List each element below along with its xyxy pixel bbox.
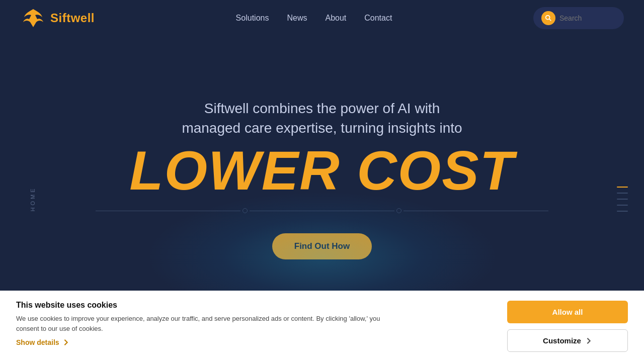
site-header: Siftwell Solutions News About Contact	[0, 0, 644, 36]
customize-label: Customize	[543, 336, 581, 345]
side-label: HOME	[30, 187, 36, 212]
hero-subtitle: Siftwell combines the power of AI with m…	[182, 99, 462, 138]
show-details-label: Show details	[16, 338, 59, 346]
logo-text: Siftwell	[50, 11, 95, 25]
chevron-right-icon-customize	[585, 337, 592, 344]
line-circle-right	[396, 208, 401, 213]
nav-item-solutions[interactable]: Solutions	[236, 14, 269, 23]
svg-point-0	[32, 11, 35, 14]
line-circle-left	[243, 208, 248, 213]
cookie-banner: This website uses cookies We use cookies…	[0, 291, 644, 362]
nav-item-news[interactable]: News	[287, 14, 307, 23]
nav-item-about[interactable]: About	[325, 14, 346, 23]
search-icon	[541, 11, 555, 25]
cookie-actions: Allow all Customize	[507, 301, 628, 352]
customize-button[interactable]: Customize	[507, 329, 628, 352]
logo[interactable]: Siftwell	[20, 5, 95, 31]
logo-icon	[20, 5, 46, 31]
search-input[interactable]	[559, 14, 616, 22]
svg-point-1	[546, 16, 550, 20]
cookie-title: This website uses cookies	[16, 301, 497, 310]
search-bar[interactable]	[533, 7, 624, 29]
right-nav-item-2[interactable]	[617, 193, 628, 194]
right-nav-item-4[interactable]	[617, 205, 628, 206]
hero-divider	[96, 208, 548, 213]
hero-title: LOWER COST	[129, 143, 515, 198]
right-nav-item-5[interactable]	[617, 211, 628, 212]
line-left	[96, 211, 240, 211]
cta-button[interactable]: Find Out How	[272, 233, 372, 259]
svg-line-2	[549, 19, 551, 21]
line-middle	[250, 211, 394, 211]
cookie-description: We use cookies to improve your experienc…	[16, 314, 388, 333]
cookie-text-area: This website uses cookies We use cookies…	[16, 301, 497, 346]
allow-all-button[interactable]: Allow all	[507, 301, 628, 323]
main-nav: Solutions News About Contact	[236, 14, 392, 23]
line-right	[404, 211, 548, 211]
right-nav	[617, 187, 628, 212]
chevron-right-icon	[62, 339, 69, 346]
show-details-button[interactable]: Show details	[16, 338, 69, 346]
right-nav-item-3[interactable]	[617, 199, 628, 200]
nav-item-contact[interactable]: Contact	[364, 14, 392, 23]
right-nav-item-1[interactable]	[617, 187, 628, 188]
